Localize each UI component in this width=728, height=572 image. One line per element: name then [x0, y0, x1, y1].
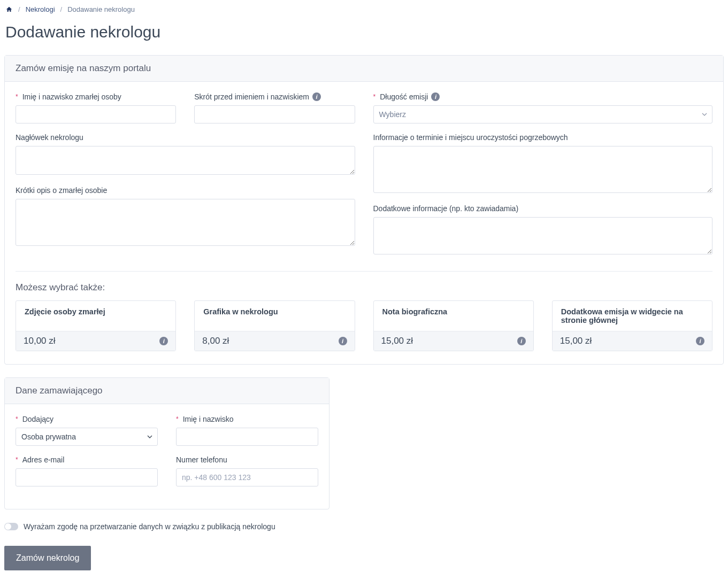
adder-select[interactable]: Osoba prywatna: [16, 428, 158, 446]
option-price: 8,00 zł: [202, 336, 229, 346]
emission-duration-select[interactable]: Wybierz: [373, 105, 713, 123]
info-icon[interactable]: i: [696, 337, 704, 345]
consent-row: Wyrażam zgodę na przetwarzanie danych w …: [4, 522, 724, 531]
divider: [16, 271, 712, 272]
label-adder: Dodający: [22, 415, 53, 423]
short-desc-textarea[interactable]: [16, 199, 355, 246]
info-icon[interactable]: i: [312, 92, 321, 101]
section-contact: Dane zamawiającego *Dodający Osoba prywa…: [4, 377, 329, 509]
section-contact-title: Dane zamawiającego: [5, 378, 329, 404]
section-emission: Zamów emisję na naszym portalu *Imię i n…: [4, 55, 724, 365]
label-ceremony-info: Informacje o terminie i miejscu uroczyst…: [373, 133, 568, 142]
breadcrumb-current: Dodawanie nekrologu: [67, 5, 135, 13]
breadcrumb-link-nekrologi[interactable]: Nekrologi: [26, 5, 55, 13]
option-title: Dodatkowa emisja w widgecie na stronie g…: [553, 301, 712, 331]
name-prefix-input[interactable]: [194, 105, 355, 123]
email-input[interactable]: [16, 468, 158, 486]
label-extra-info: Dodatkowe informacje (np. kto zawiadamia…: [373, 204, 519, 213]
selected-value: Osoba prywatna: [21, 432, 76, 441]
option-card-bio[interactable]: Nota biograficzna 15,00 zł i: [373, 300, 534, 351]
phone-input[interactable]: [176, 468, 318, 486]
label-obituary-header: Nagłówek nekrologu: [16, 133, 83, 142]
option-price: 15,00 zł: [381, 336, 413, 346]
info-icon[interactable]: i: [159, 337, 168, 345]
label-deceased-name: Imię i nazwisko zmarłej osoby: [22, 92, 121, 101]
breadcrumb-separator: /: [60, 5, 63, 13]
required-marker: *: [16, 93, 18, 101]
breadcrumb: / Nekrologi / Dodawanie nekrologu: [4, 5, 724, 13]
label-name-prefix: Skrót przed imieniem i nazwiskiem: [194, 92, 309, 101]
option-title: Nota biograficzna: [374, 301, 533, 331]
breadcrumb-separator: /: [18, 5, 20, 13]
option-card-photo[interactable]: Zdjęcie osoby zmarłej 10,00 zł i: [16, 300, 176, 351]
option-title: Grafika w nekrologu: [195, 301, 354, 331]
info-icon[interactable]: i: [517, 337, 526, 345]
page-title: Dodawanie nekrologu: [4, 23, 724, 41]
label-fullname: Imię i nazwisko: [183, 415, 234, 423]
info-icon[interactable]: i: [339, 337, 347, 345]
section-emission-title: Zamów emisję na naszym portalu: [5, 56, 723, 82]
required-marker: *: [16, 456, 18, 463]
required-marker: *: [16, 415, 18, 423]
options-subtitle: Możesz wybrać także:: [16, 282, 712, 293]
consent-toggle[interactable]: [4, 523, 18, 530]
deceased-name-input[interactable]: [16, 105, 176, 123]
required-marker: *: [373, 93, 376, 101]
submit-button[interactable]: Zamów nekrolog: [4, 546, 91, 570]
option-price: 10,00 zł: [24, 336, 56, 346]
option-title: Zdjęcie osoby zmarłej: [16, 301, 175, 331]
option-card-widget[interactable]: Dodatkowa emisja w widgecie na stronie g…: [552, 300, 712, 351]
option-card-graphic[interactable]: Grafika w nekrologu 8,00 zł i: [194, 300, 355, 351]
extra-info-textarea[interactable]: [373, 217, 713, 254]
ceremony-info-textarea[interactable]: [373, 146, 713, 193]
option-price: 15,00 zł: [560, 336, 592, 346]
required-marker: *: [176, 415, 179, 423]
info-icon[interactable]: i: [431, 92, 440, 101]
label-short-desc: Krótki opis o zmarłej osobie: [16, 186, 107, 195]
fullname-input[interactable]: [176, 428, 318, 446]
home-icon[interactable]: [5, 6, 13, 13]
consent-text: Wyrażam zgodę na przetwarzanie danych w …: [24, 522, 275, 531]
select-placeholder: Wybierz: [379, 110, 406, 119]
label-phone: Numer telefonu: [176, 455, 227, 464]
label-email: Adres e-mail: [22, 455, 65, 464]
obituary-header-textarea[interactable]: [16, 146, 355, 175]
label-emission-duration: Długość emisji: [380, 92, 428, 101]
